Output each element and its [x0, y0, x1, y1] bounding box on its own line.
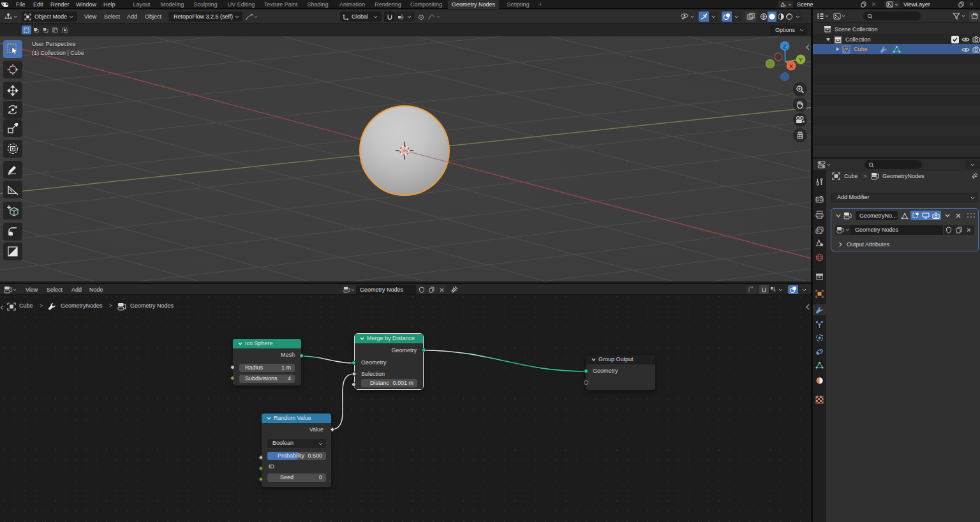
svg-text:Z: Z: [783, 43, 787, 50]
svg-text:Y: Y: [799, 57, 803, 63]
svg-text:X: X: [789, 63, 793, 70]
